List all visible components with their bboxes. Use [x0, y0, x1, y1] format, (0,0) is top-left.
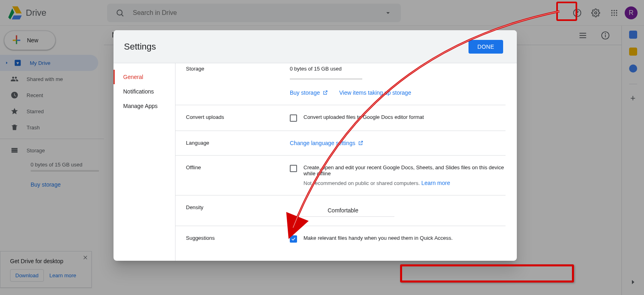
- section-label: Density: [186, 204, 290, 217]
- offline-warning: Not recommended on public or shared comp…: [303, 180, 421, 186]
- dialog-nav-general[interactable]: General: [114, 70, 175, 84]
- section-suggestions: Suggestions Make relevant files handy wh…: [175, 226, 506, 251]
- section-label: Storage: [186, 66, 290, 96]
- offline-learn-more-link[interactable]: Learn more: [421, 180, 450, 186]
- suggestions-option-text: Make relevant files handy when you need …: [303, 235, 453, 241]
- density-value: Comfortable: [328, 207, 358, 214]
- done-button[interactable]: DONE: [469, 40, 503, 54]
- section-offline: Offline Create, open and edit your recen…: [175, 156, 506, 195]
- view-items-link[interactable]: View items taking up storage: [339, 89, 411, 96]
- convert-option-text: Convert uploaded files to Google Docs ed…: [303, 114, 424, 120]
- offline-checkbox[interactable]: [290, 165, 297, 172]
- convert-checkbox[interactable]: [290, 114, 297, 122]
- dialog-title: Settings: [124, 42, 156, 52]
- section-convert: Convert uploads Convert uploaded files t…: [175, 105, 506, 131]
- suggestions-checkbox[interactable]: [290, 235, 297, 243]
- storage-used-text: 0 bytes of 15 GB used: [290, 66, 506, 72]
- settings-dialog: Settings DONE General Notifications Mana…: [114, 30, 517, 261]
- change-language-link[interactable]: Change language settings: [290, 140, 506, 146]
- section-label: Language: [186, 140, 290, 146]
- storage-used-bar: [290, 78, 362, 80]
- section-label: Suggestions: [186, 235, 290, 243]
- section-label: Offline: [186, 164, 290, 186]
- external-link-icon: [358, 140, 363, 146]
- section-storage: Storage 0 bytes of 15 GB used Buy storag…: [175, 63, 506, 105]
- dialog-nav-notifications[interactable]: Notifications: [114, 84, 175, 99]
- external-link-icon: [322, 90, 328, 96]
- dialog-nav-manage-apps[interactable]: Manage Apps: [114, 99, 175, 113]
- section-density: Density Comfortable: [175, 195, 506, 226]
- density-select[interactable]: Comfortable: [290, 204, 394, 217]
- offline-option-text: Create, open and edit your recent Google…: [303, 164, 506, 177]
- dialog-nav: General Notifications Manage Apps: [114, 63, 175, 261]
- section-language: Language Change language settings: [175, 131, 506, 156]
- section-label: Convert uploads: [186, 114, 290, 122]
- buy-storage-link[interactable]: Buy storage: [290, 89, 328, 96]
